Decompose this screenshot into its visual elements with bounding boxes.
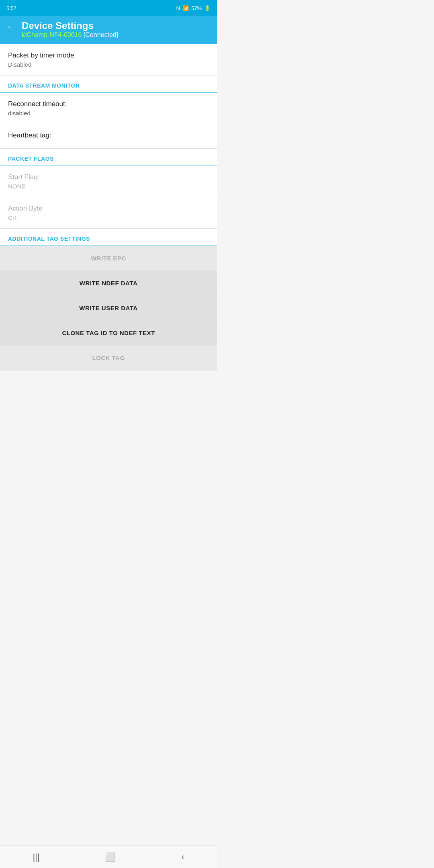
- clone-tag-id-button[interactable]: CLONE TAG ID TO NDEF TEXT: [0, 321, 217, 346]
- app-bar: ← Device Settings idChamp-NF4-00016 [Con…: [0, 16, 217, 44]
- wifi-icon: 📶: [182, 5, 189, 11]
- app-bar-subtitle: idChamp-NF4-00016 [Connected]: [22, 31, 118, 39]
- page-title: Device Settings: [22, 20, 118, 31]
- section-data-stream-monitor: DATA STREAM MONITOR: [0, 76, 217, 93]
- heartbeat-tag-setting[interactable]: Heartbeat tag:: [0, 124, 217, 149]
- start-flag-value: NONE: [8, 183, 209, 190]
- section-additional-tag-settings: ADDITIONAL TAG SETTINGS: [0, 229, 217, 246]
- reconnect-timeout-label: Reconnect timeout:: [8, 100, 209, 108]
- lock-tag-button[interactable]: LOCK TAG: [0, 346, 217, 371]
- reconnect-timeout-setting[interactable]: Reconnect timeout: disabled: [0, 93, 217, 124]
- section-data-stream-monitor-label: DATA STREAM MONITOR: [8, 82, 80, 89]
- packet-timer-label: Packet by timer mode: [8, 51, 209, 59]
- battery-percent: 57%: [191, 5, 202, 11]
- heartbeat-tag-label: Heartbeat tag:: [8, 131, 209, 139]
- action-byte-setting[interactable]: Action Byte CR: [0, 197, 217, 229]
- write-user-data-button[interactable]: WRITE USER DATA: [0, 296, 217, 321]
- nfc-icon: N: [176, 5, 180, 11]
- device-name: idChamp-NF4-00016: [22, 31, 82, 38]
- status-bar: 5:57 N 📶 57% 🔋: [0, 0, 217, 16]
- section-packet-flags: PACKET FLAGS: [0, 149, 217, 166]
- write-epc-button[interactable]: WRITE EPC: [0, 246, 217, 271]
- status-time: 5:57: [6, 5, 16, 11]
- reconnect-timeout-value: disabled: [8, 110, 209, 117]
- connected-label: [Connected]: [84, 31, 118, 38]
- content-area: Packet by timer mode Disabled DATA STREA…: [0, 44, 217, 371]
- status-icons: N 📶 57% 🔋: [176, 5, 211, 11]
- start-flag-label: Start Flag:: [8, 173, 209, 181]
- action-byte-value: CR: [8, 214, 209, 221]
- packet-timer-value: Disabled: [8, 61, 209, 68]
- section-packet-flags-label: PACKET FLAGS: [8, 156, 54, 162]
- back-button[interactable]: ←: [6, 22, 15, 32]
- app-bar-titles: Device Settings idChamp-NF4-00016 [Conne…: [22, 20, 118, 39]
- buttons-section: WRITE EPC WRITE NDEF DATA WRITE USER DAT…: [0, 246, 217, 371]
- action-byte-label: Action Byte: [8, 205, 209, 213]
- battery-icon: 🔋: [204, 5, 211, 11]
- packet-timer-setting[interactable]: Packet by timer mode Disabled: [0, 44, 217, 76]
- write-ndef-data-button[interactable]: WRITE NDEF DATA: [0, 271, 217, 296]
- section-additional-tag-settings-label: ADDITIONAL TAG SETTINGS: [8, 235, 90, 242]
- start-flag-setting[interactable]: Start Flag: NONE: [0, 166, 217, 197]
